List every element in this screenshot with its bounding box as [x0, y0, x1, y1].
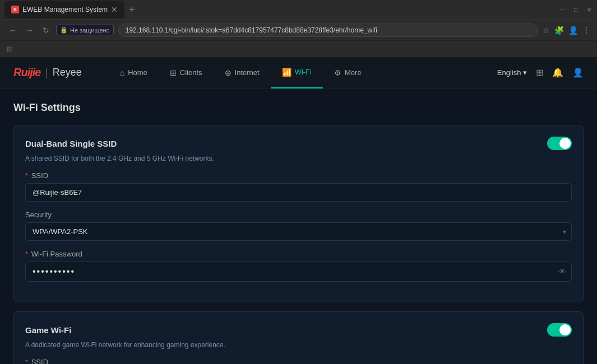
- app-navbar: Ruijie | Reyee ⌂ Home ⊞ Clients ⊕ Intern…: [0, 57, 597, 88]
- game-wifi-toggle[interactable]: [547, 323, 572, 337]
- user-icon[interactable]: 👤: [572, 67, 584, 78]
- new-tab-button[interactable]: +: [129, 4, 135, 16]
- dual-band-security-label: Security: [25, 211, 572, 219]
- wifi-icon: 📶: [282, 68, 291, 77]
- dual-band-security-group: Security WPA/WPA2-PSK WPA3-SAE None ▾: [25, 211, 572, 241]
- tab-close-button[interactable]: ✕: [111, 5, 118, 14]
- dual-band-password-label: * Wi-Fi Password: [25, 250, 572, 258]
- profile-icon[interactable]: 👤: [568, 26, 578, 35]
- nav-wifi[interactable]: 📶 Wi-Fi: [271, 57, 323, 88]
- brand-reyee: Reyee: [53, 67, 82, 78]
- tab-title: EWEB Management System: [22, 6, 108, 13]
- dual-band-security-wrapper: WPA/WPA2-PSK WPA3-SAE None ▾: [25, 222, 572, 241]
- brand-divider: |: [45, 66, 48, 79]
- star-icon[interactable]: ☆: [543, 26, 550, 35]
- address-bar: ← → ↻ 🔒 Не защищено 192.168.110.1/cgi-bi…: [0, 19, 597, 40]
- nav-clients[interactable]: ⊞ Clients: [159, 57, 214, 88]
- dual-band-desc: A shared SSID for both the 2.4 GHz and 5…: [25, 155, 572, 162]
- dual-band-security-select[interactable]: WPA/WPA2-PSK WPA3-SAE None: [25, 222, 572, 241]
- brand-ruijie: Ruijie: [13, 66, 40, 79]
- nav-home-label: Home: [128, 68, 147, 77]
- tab-bar: R EWEB Management System ✕ + ─ □ ✕: [0, 0, 597, 19]
- dual-band-password-group: * Wi-Fi Password 👁: [25, 250, 572, 282]
- active-tab[interactable]: R EWEB Management System ✕: [4, 1, 124, 18]
- nav-internet-label: Internet: [235, 68, 260, 77]
- refresh-button[interactable]: ↻: [40, 25, 52, 36]
- nav-menu: ⌂ Home ⊞ Clients ⊕ Internet 📶 Wi-Fi ⚙ Mo…: [109, 57, 497, 88]
- grid-icon[interactable]: ⊞: [536, 67, 543, 78]
- tab-favicon: R: [11, 6, 19, 13]
- language-label: English ▾: [497, 68, 527, 77]
- nav-wifi-label: Wi-Fi: [295, 68, 312, 76]
- maximize-button[interactable]: □: [572, 6, 579, 13]
- more-icon: ⚙: [334, 68, 341, 77]
- dual-band-card: Dual-Band Single SSID A shared SSID for …: [13, 125, 584, 302]
- game-wifi-ssid-group: * SSID: [25, 358, 572, 364]
- nav-clients-label: Clients: [180, 68, 202, 77]
- url-bar[interactable]: 192.168.110.1/cgi-bin/luci/;stok=a67dd4c…: [118, 24, 538, 37]
- nav-internet[interactable]: ⊕ Internet: [214, 57, 271, 88]
- extensions-bar: ⊞: [0, 40, 597, 57]
- game-wifi-card: Game Wi-Fi A dedicated game Wi-Fi networ…: [13, 311, 584, 364]
- lock-icon: 🔒: [60, 26, 68, 34]
- apps-icon[interactable]: ⊞: [7, 45, 13, 53]
- dual-band-password-wrapper: 👁: [25, 262, 572, 282]
- home-icon: ⌂: [120, 68, 124, 77]
- dual-band-title: Dual-Band Single SSID: [25, 139, 117, 148]
- dual-band-ssid-label: * SSID: [25, 171, 572, 180]
- browser-toolbar: ☆ 🧩 👤 ⋮: [543, 26, 590, 35]
- browser-chrome: R EWEB Management System ✕ + ─ □ ✕ ← → ↻…: [0, 0, 597, 57]
- nav-right: English ▾ ⊞ 🔔 👤: [497, 67, 584, 78]
- back-button[interactable]: ←: [7, 25, 19, 36]
- game-wifi-desc: A dedicated game Wi-Fi network for enhan…: [25, 341, 572, 349]
- game-ssid-required-star: *: [25, 358, 28, 364]
- internet-icon: ⊕: [225, 68, 232, 77]
- game-wifi-title: Game Wi-Fi: [25, 325, 71, 335]
- dual-band-password-input[interactable]: [25, 262, 572, 282]
- clients-icon: ⊞: [170, 68, 177, 77]
- nav-more-label: More: [345, 68, 362, 77]
- security-badge: 🔒 Не защищено: [56, 25, 114, 35]
- nav-home[interactable]: ⌂ Home: [109, 57, 159, 88]
- window-controls: ─ □ ✕: [559, 6, 593, 13]
- forward-button[interactable]: →: [24, 25, 36, 36]
- page-content: Wi-Fi Settings Dual-Band Single SSID A s…: [0, 88, 597, 364]
- extensions-icon[interactable]: 🧩: [554, 26, 564, 35]
- dual-band-ssid-group: * SSID: [25, 171, 572, 202]
- password-required-star: *: [25, 250, 28, 258]
- dual-band-toggle[interactable]: [547, 137, 572, 150]
- game-wifi-header: Game Wi-Fi: [25, 323, 572, 337]
- nav-more[interactable]: ⚙ More: [323, 57, 373, 88]
- dual-band-header: Dual-Band Single SSID: [25, 137, 572, 150]
- dual-band-password-toggle-icon[interactable]: 👁: [558, 267, 566, 276]
- security-label: Не защищено: [70, 27, 110, 34]
- language-selector[interactable]: English ▾: [497, 68, 527, 77]
- dual-band-ssid-input[interactable]: [25, 183, 572, 202]
- page-title: Wi-Fi Settings: [13, 102, 584, 114]
- notification-icon[interactable]: 🔔: [552, 67, 563, 78]
- ssid-required-star: *: [25, 171, 28, 180]
- brand-logo: Ruijie | Reyee: [13, 66, 82, 79]
- menu-icon[interactable]: ⋮: [582, 26, 590, 35]
- close-window-button[interactable]: ✕: [586, 6, 593, 13]
- game-wifi-ssid-label: * SSID: [25, 358, 572, 364]
- minimize-button[interactable]: ─: [559, 6, 566, 13]
